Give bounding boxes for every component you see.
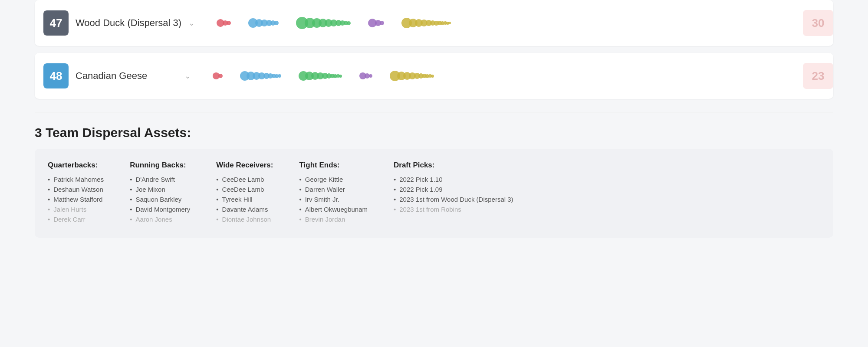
bubble-47-2-9 bbox=[347, 21, 351, 25]
quarterbacks-label: Quarterbacks: bbox=[48, 161, 104, 170]
list-item: Joe Mixon bbox=[130, 186, 190, 193]
trade-label-47: 47Wood Duck (Dispersal 3)⌄ bbox=[35, 0, 204, 46]
trade-label-48: 48Canadian Geese⌄ bbox=[35, 53, 200, 99]
list-item: Darren Waller bbox=[299, 186, 368, 193]
list-item: Deshaun Watson bbox=[48, 186, 104, 193]
list-item: Jalen Hurts bbox=[48, 206, 104, 213]
list-item: Irv Smith Jr. bbox=[299, 196, 368, 203]
trade-name-47: Wood Duck (Dispersal 3) bbox=[76, 17, 181, 29]
trade-row-47: 47Wood Duck (Dispersal 3)⌄30 bbox=[35, 0, 833, 46]
bubble-group-47-3 bbox=[368, 19, 384, 27]
wide-receivers-label: Wide Receivers: bbox=[216, 161, 273, 170]
list-item: 2022 Pick 1.09 bbox=[394, 186, 513, 193]
wide-receivers-column: Wide Receivers: CeeDee LambCeeDee LambTy… bbox=[216, 161, 273, 226]
bubble-group-47-0 bbox=[217, 19, 231, 27]
assets-panel: Quarterbacks: Patrick MahomesDeshaun Wat… bbox=[35, 149, 833, 238]
list-item: Albert Okwuegbunam bbox=[299, 206, 368, 213]
list-item: Derek Carr bbox=[48, 216, 104, 223]
list-item: Saquon Barkley bbox=[130, 196, 190, 203]
list-item: 2023 1st from Robins bbox=[394, 206, 513, 213]
list-item: David Montgomery bbox=[130, 206, 190, 213]
list-item: 2023 1st from Wood Duck (Dispersal 3) bbox=[394, 196, 513, 203]
list-item: D'Andre Swift bbox=[130, 176, 190, 183]
list-item: Diontae Johnson bbox=[216, 216, 273, 223]
list-item: Aaron Jones bbox=[130, 216, 190, 223]
list-item: George Kittle bbox=[299, 176, 368, 183]
bubble-group-47-1 bbox=[248, 18, 279, 28]
bubble-47-4-11 bbox=[448, 22, 451, 24]
bubble-group-48-4 bbox=[390, 71, 434, 81]
bubble-47-3-2 bbox=[380, 21, 384, 25]
list-item: 2022 Pick 1.10 bbox=[394, 176, 513, 183]
list-item: Brevin Jordan bbox=[299, 216, 368, 223]
bubble-group-48-3 bbox=[359, 72, 372, 79]
trade-number-47: 47 bbox=[43, 10, 69, 36]
tight-ends-label: Tight Ends: bbox=[299, 161, 368, 170]
bubble-group-48-2 bbox=[299, 71, 342, 81]
bubble-48-0-1 bbox=[218, 74, 223, 78]
bubble-47-0-2 bbox=[227, 21, 231, 25]
section-title: 3 Team Dispersal Assets: bbox=[35, 125, 833, 140]
draft-picks-column: Draft Picks: 2022 Pick 1.102022 Pick 1.0… bbox=[394, 161, 513, 226]
bubble-group-47-2 bbox=[296, 17, 351, 29]
trade-name-48: Canadian Geese bbox=[76, 70, 147, 82]
quarterbacks-column: Quarterbacks: Patrick MahomesDeshaun Wat… bbox=[48, 161, 104, 226]
running-backs-column: Running Backs: D'Andre SwiftJoe MixonSaq… bbox=[130, 161, 190, 226]
bubble-48-3-2 bbox=[369, 74, 372, 78]
score-badge-48: 23 bbox=[803, 63, 833, 89]
running-backs-label: Running Backs: bbox=[130, 161, 190, 170]
bubble-group-48-1 bbox=[240, 71, 281, 81]
trade-number-48: 48 bbox=[43, 63, 69, 88]
bubble-48-1-8 bbox=[278, 74, 281, 78]
list-item: CeeDee Lamb bbox=[216, 176, 273, 183]
chevron-down-icon[interactable]: ⌄ bbox=[188, 18, 195, 28]
list-item: Patrick Mahomes bbox=[48, 176, 104, 183]
section-divider bbox=[35, 112, 833, 112]
bubble-group-47-4 bbox=[401, 18, 451, 28]
draft-picks-label: Draft Picks: bbox=[394, 161, 513, 170]
list-item: Matthew Stafford bbox=[48, 196, 104, 203]
list-item: Davante Adams bbox=[216, 206, 273, 213]
tight-ends-column: Tight Ends: George KittleDarren WallerIr… bbox=[299, 161, 368, 226]
list-item: CeeDee Lamb bbox=[216, 186, 273, 193]
score-badge-47: 30 bbox=[803, 10, 833, 36]
bubble-47-1-5 bbox=[274, 21, 279, 25]
bubble-group-48-0 bbox=[213, 72, 223, 79]
trade-bubbles-47 bbox=[204, 1, 794, 45]
bubble-48-4-9 bbox=[431, 75, 434, 78]
trade-bubbles-48 bbox=[200, 54, 794, 98]
chevron-down-icon[interactable]: ⌄ bbox=[184, 71, 191, 81]
list-item: Tyreek Hill bbox=[216, 196, 273, 203]
bubble-48-2-9 bbox=[339, 75, 342, 78]
trade-row-48: 48Canadian Geese⌄23 bbox=[35, 53, 833, 99]
